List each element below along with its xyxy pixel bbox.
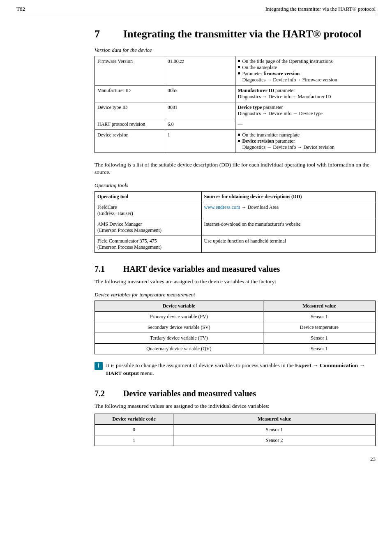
cell: FieldCare(Endress+Hauser) <box>95 202 202 219</box>
table-row: 0Sensor 1 <box>95 424 376 435</box>
cell: Sensor 1 <box>263 312 375 322</box>
dd-intro-text: The following is a list of the suitable … <box>95 161 376 177</box>
cell: Firmware Version <box>95 56 165 85</box>
info-icon: i <box>95 362 103 370</box>
chapter-title: Integrating the transmitter via the HART… <box>123 28 361 41</box>
section-7-2-heading: 7.2 Device variables and measured values <box>95 389 376 398</box>
cell: 0 <box>95 424 173 435</box>
cell: Device type ID <box>95 102 165 119</box>
cell: 1 <box>95 435 173 446</box>
cell: On the title page of the Operating instr… <box>235 56 376 85</box>
cell: Tertiary device variable (TV) <box>95 333 263 344</box>
cell: Device temperature <box>263 322 375 333</box>
table-row: 1Sensor 2 <box>95 435 376 446</box>
col-header: Sources for obtaining device description… <box>201 192 375 202</box>
cell: Sensor 1 <box>263 344 375 354</box>
col-header: Measured value <box>263 301 375 312</box>
table-row: Manufacturer ID 00b5 Manufacturer ID par… <box>95 85 376 102</box>
table-row: HART protocol revision 6.0 — <box>95 119 376 130</box>
bullet: On the title page of the Operating instr… <box>238 58 373 65</box>
cell: Internet-download on the manufacturer's … <box>201 219 375 236</box>
table-header-row: Device variable Measured value <box>95 301 376 312</box>
page-number: 23 <box>16 456 376 462</box>
cell: Field Communicator 375, 475(Emerson Proc… <box>95 236 202 253</box>
section-title: Device variables and measured values <box>123 389 256 398</box>
device-variable-code-table: Device variable code Measured value 0Sen… <box>95 414 376 446</box>
info-text: It is possible to change the assignment … <box>106 362 376 377</box>
version-table-caption: Version data for the device <box>95 47 376 53</box>
sec72-intro: The following measured values are assign… <box>95 402 376 410</box>
section-7-1-heading: 7.1 HART device variables and measured v… <box>95 264 376 274</box>
bullet: Device revision parameterDiagnostics → D… <box>238 138 373 150</box>
cell: Device revision <box>95 130 165 153</box>
download-link[interactable]: www.endress.com <box>204 204 240 210</box>
table-row: Primary device variable (PV)Sensor 1 <box>95 312 376 322</box>
version-table: Firmware Version 01.00.zz On the title p… <box>95 56 376 153</box>
cell: Manufacturer ID parameterDiagnostics → D… <box>235 85 376 102</box>
cell: Sensor 1 <box>263 333 375 344</box>
section-number: 7.1 <box>95 264 123 274</box>
bullet: On the nameplate <box>238 65 373 71</box>
chapter-number: 7 <box>95 28 123 40</box>
cell: Quaternary device variable (QV) <box>95 344 263 354</box>
table-header-row: Device variable code Measured value <box>95 414 376 424</box>
col-header: Measured value <box>173 414 376 424</box>
cell: www.endress.com → Download Area <box>201 202 375 219</box>
cell: AMS Device Manager(Emerson Process Manag… <box>95 219 202 236</box>
table-header-row: Operating tool Sources for obtaining dev… <box>95 192 376 202</box>
cell: Use update function of handheld terminal <box>201 236 375 253</box>
section-title: HART device variables and measured value… <box>123 264 280 274</box>
cell: Device type parameterDiagnostics → Devic… <box>235 102 376 119</box>
device-variables-table: Device variable Measured value Primary d… <box>95 301 376 354</box>
cell: On the transmitter nameplate Device revi… <box>235 130 376 153</box>
cell: Primary device variable (PV) <box>95 312 263 322</box>
cell: 6.0 <box>165 119 235 130</box>
sec71-intro: The following measured values are assign… <box>95 278 376 286</box>
table-row: Secondary device variable (SV)Device tem… <box>95 322 376 333</box>
chapter-heading: 7 Integrating the transmitter via the HA… <box>95 28 376 41</box>
table-row: FieldCare(Endress+Hauser) www.endress.co… <box>95 202 376 219</box>
cell: Sensor 2 <box>173 435 376 446</box>
cell: 1 <box>165 130 235 153</box>
cell: 01.00.zz <box>165 56 235 85</box>
cell: Manufacturer ID <box>95 85 165 102</box>
col-header: Operating tool <box>95 192 202 202</box>
cell: Secondary device variable (SV) <box>95 322 263 333</box>
col-header: Device variable <box>95 301 263 312</box>
table-row: Quaternary device variable (QV)Sensor 1 <box>95 344 376 354</box>
device-vars-caption: Device variables for temperature measure… <box>95 291 376 298</box>
page-header: T82 Integrating the transmitter via the … <box>16 0 376 15</box>
cell: 0081 <box>165 102 235 119</box>
info-note: i It is possible to change the assignmen… <box>95 362 376 377</box>
table-row: Device revision 1 On the transmitter nam… <box>95 130 376 153</box>
operating-tools-caption: Operating tools <box>95 182 376 189</box>
cell: HART protocol revision <box>95 119 165 130</box>
cell: Sensor 1 <box>173 424 376 435</box>
bullet: Parameter firmware versionDiagnostics → … <box>238 71 373 83</box>
header-left: T82 <box>16 6 25 12</box>
header-right: Integrating the transmitter via the HART… <box>265 6 376 12</box>
table-row: Tertiary device variable (TV)Sensor 1 <box>95 333 376 344</box>
operating-tools-table: Operating tool Sources for obtaining dev… <box>95 191 376 253</box>
col-header: Device variable code <box>95 414 173 424</box>
bullet: On the transmitter nameplate <box>238 132 373 138</box>
table-row: Field Communicator 375, 475(Emerson Proc… <box>95 236 376 253</box>
table-row: Device type ID 0081 Device type paramete… <box>95 102 376 119</box>
cell: — <box>235 119 376 130</box>
table-row: AMS Device Manager(Emerson Process Manag… <box>95 219 376 236</box>
section-number: 7.2 <box>95 389 123 398</box>
cell: 00b5 <box>165 85 235 102</box>
table-row: Firmware Version 01.00.zz On the title p… <box>95 56 376 85</box>
